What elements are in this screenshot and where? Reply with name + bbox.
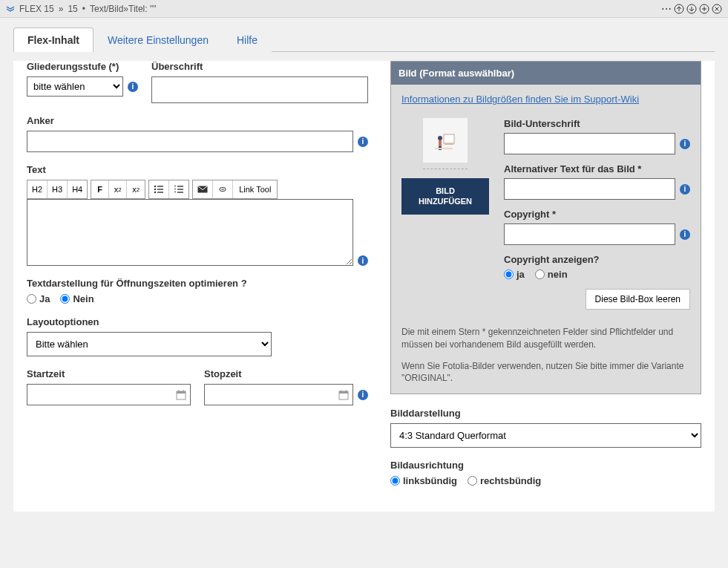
title-value: "" bbox=[150, 4, 157, 14]
gliederung-label: Gliederungsstufe (*) bbox=[27, 61, 138, 72]
h2-button[interactable]: H2 bbox=[27, 180, 47, 198]
svg-rect-22 bbox=[339, 391, 348, 394]
gliederung-select[interactable]: bitte wählen bbox=[27, 76, 123, 97]
titlebar: FLEX 15 » 15 • Text/Bild»Titel: "" ⋯ bbox=[0, 0, 728, 18]
bildausrichtung-rechts-radio[interactable] bbox=[468, 476, 477, 486]
move-down-icon[interactable] bbox=[686, 4, 697, 14]
alt-text-input[interactable] bbox=[504, 178, 675, 200]
svg-rect-26 bbox=[445, 143, 453, 145]
h4-button[interactable]: H4 bbox=[68, 180, 87, 198]
info-icon[interactable]: i bbox=[358, 255, 368, 266]
startzeit-label: Startzeit bbox=[27, 368, 191, 379]
subscript-button[interactable]: x2 bbox=[127, 180, 145, 198]
svg-rect-14 bbox=[174, 189, 176, 189]
copyright-show-ja[interactable]: ja bbox=[504, 269, 525, 280]
hint-fotolia: Wenn Sie Fotolia-Bilder verwenden, nutze… bbox=[401, 360, 690, 385]
calendar-icon[interactable] bbox=[176, 390, 186, 400]
text-textarea[interactable] bbox=[27, 199, 353, 266]
rte-toolbar: H2 H3 H4 F x2 x2 bbox=[27, 180, 368, 199]
tab-flex-inhalt[interactable]: Flex-Inhalt bbox=[13, 27, 94, 52]
calendar-icon[interactable] bbox=[338, 390, 349, 400]
oeffnungszeiten-nein-radio[interactable] bbox=[60, 294, 70, 304]
ueberschrift-input[interactable] bbox=[151, 76, 368, 103]
h3-button[interactable]: H3 bbox=[47, 180, 68, 198]
bullet: • bbox=[82, 4, 85, 14]
svg-point-6 bbox=[154, 189, 156, 190]
svg-rect-25 bbox=[444, 134, 454, 143]
link-button[interactable] bbox=[213, 180, 233, 198]
superscript-button[interactable]: x2 bbox=[109, 180, 127, 198]
bildausrichtung-links-radio[interactable] bbox=[390, 476, 400, 486]
bild-unterschrift-input[interactable] bbox=[504, 133, 675, 154]
add-image-button[interactable]: BILD HINZUFÜGEN bbox=[401, 178, 489, 215]
svg-rect-11 bbox=[177, 189, 183, 189]
breadcrumb-sep: » bbox=[59, 4, 64, 14]
title-label: Titel: bbox=[128, 4, 148, 14]
mail-button[interactable] bbox=[193, 180, 213, 198]
bildausrichtung-label: Bildausrichtung bbox=[390, 460, 701, 471]
tabs: Flex-Inhalt Weitere Einstellungen Hilfe bbox=[13, 27, 715, 52]
item-number: 15 bbox=[68, 4, 77, 14]
svg-rect-15 bbox=[174, 192, 176, 192]
clear-bild-box-button[interactable]: Diese Bild-Box leeren bbox=[586, 289, 690, 310]
unordered-list-button[interactable] bbox=[149, 180, 169, 198]
anker-label: Anker bbox=[27, 115, 368, 126]
anker-input[interactable] bbox=[27, 131, 353, 152]
svg-rect-12 bbox=[177, 192, 183, 192]
svg-rect-20 bbox=[183, 390, 185, 392]
oeffnungszeiten-ja-radio[interactable] bbox=[27, 294, 36, 304]
bildausrichtung-rechts[interactable]: rechtsbündig bbox=[468, 475, 541, 486]
startzeit-input[interactable] bbox=[27, 384, 191, 405]
layout-label: Layoutoptionen bbox=[27, 316, 368, 327]
info-icon[interactable]: i bbox=[680, 184, 690, 195]
hint-required: Die mit einem Stern * gekennzeichneten F… bbox=[401, 319, 690, 351]
info-icon[interactable]: i bbox=[128, 82, 138, 92]
chevron-down-icon[interactable] bbox=[6, 5, 15, 13]
oeffnungszeiten-nein[interactable]: Nein bbox=[60, 293, 94, 304]
bildausrichtung-links[interactable]: linksbündig bbox=[390, 475, 457, 486]
svg-rect-31 bbox=[435, 148, 453, 149]
copyright-show-label: Copyright anzeigen? bbox=[504, 254, 690, 265]
stopzeit-label: Stopzeit bbox=[204, 368, 368, 379]
svg-rect-10 bbox=[177, 186, 183, 186]
oeffnungszeiten-label: Textdarstellung für Öffnungszeiten optim… bbox=[27, 278, 368, 289]
bild-unterschrift-label: Bild-Unterschrift bbox=[504, 118, 690, 129]
copyright-show-nein-radio[interactable] bbox=[535, 270, 545, 279]
svg-rect-19 bbox=[178, 390, 180, 392]
linktool-button[interactable]: Link Tool bbox=[233, 180, 277, 198]
copyright-show-ja-radio[interactable] bbox=[504, 270, 514, 279]
stopzeit-input[interactable] bbox=[204, 384, 353, 405]
alt-text-label: Alternativer Text für das Bild * bbox=[504, 163, 690, 174]
svg-point-4 bbox=[154, 186, 156, 187]
bild-panel-header: Bild (Format auswählbar) bbox=[391, 62, 701, 85]
svg-rect-24 bbox=[346, 390, 347, 392]
copyright-show-nein[interactable]: nein bbox=[535, 269, 568, 280]
oeffnungszeiten-ja[interactable]: Ja bbox=[27, 293, 50, 304]
breadcrumb-sep2: » bbox=[123, 4, 128, 14]
bilddarstellung-label: Bilddarstellung bbox=[390, 408, 701, 419]
close-icon[interactable] bbox=[712, 4, 722, 14]
svg-rect-28 bbox=[439, 140, 442, 146]
tab-weitere-einstellungen[interactable]: Weitere Einstellungen bbox=[94, 27, 223, 52]
svg-rect-18 bbox=[177, 391, 186, 394]
more-icon[interactable]: ⋯ bbox=[661, 3, 672, 15]
svg-rect-23 bbox=[341, 390, 342, 392]
add-icon[interactable] bbox=[699, 4, 709, 14]
layout-select[interactable]: Bitte wählen bbox=[27, 332, 272, 356]
info-icon[interactable]: i bbox=[680, 139, 690, 149]
ordered-list-button[interactable] bbox=[169, 180, 188, 198]
bold-button[interactable]: F bbox=[91, 180, 109, 198]
svg-point-27 bbox=[438, 136, 442, 140]
info-icon[interactable]: i bbox=[680, 229, 690, 240]
svg-rect-5 bbox=[157, 186, 163, 186]
info-icon[interactable]: i bbox=[358, 390, 368, 400]
svg-rect-7 bbox=[157, 189, 163, 189]
tab-hilfe[interactable]: Hilfe bbox=[223, 27, 272, 52]
bilddarstellung-select[interactable]: 4:3 Standard Querformat bbox=[390, 423, 701, 448]
copyright-input[interactable] bbox=[504, 223, 675, 245]
move-up-icon[interactable] bbox=[674, 4, 684, 14]
bild-panel: Bild (Format auswählbar) Informationen z… bbox=[390, 61, 701, 394]
support-wiki-link[interactable]: Informationen zu Bildgrößen finden Sie i… bbox=[401, 94, 639, 105]
app-name: FLEX 15 bbox=[19, 4, 54, 14]
info-icon[interactable]: i bbox=[358, 137, 368, 147]
